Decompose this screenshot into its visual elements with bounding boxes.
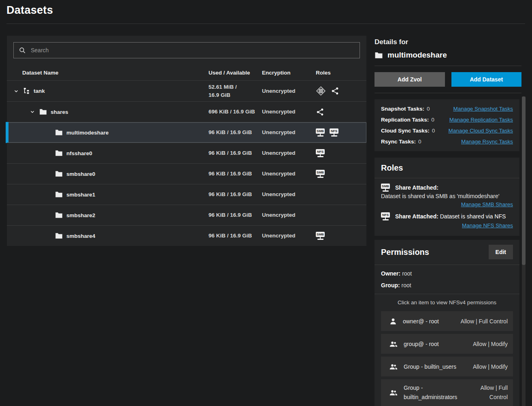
table-row-tank[interactable]: tank 52.61 MiB /16.9 GiB Unencrypted — [7, 80, 366, 101]
share-icon — [331, 87, 339, 95]
dataset-name: smbshare1 — [66, 192, 95, 198]
folder-icon — [375, 52, 383, 59]
folder-icon — [55, 233, 63, 239]
acl-item-owner[interactable]: owner@ - root Allow | Full Control — [381, 311, 513, 331]
dataset-name: tank — [34, 88, 45, 94]
manage-cloud-sync-tasks-link[interactable]: Manage Cloud Sync Tasks — [448, 128, 513, 134]
replication-tasks-row: Replication Tasks:0 Manage Replication T… — [381, 114, 513, 125]
people-icon — [389, 389, 398, 397]
column-encryption: Encryption — [262, 70, 316, 76]
encryption-value: Unencrypted — [262, 128, 316, 137]
search-bar[interactable] — [13, 42, 360, 58]
dataset-name: shares — [51, 109, 68, 115]
share-attached-label: Share Attached: — [395, 184, 438, 191]
roles-cell: NFS — [316, 149, 366, 157]
used-available-value: 96 KiB / 16.9 GiB — [209, 211, 262, 219]
scrollbar-track[interactable] — [522, 96, 526, 406]
scrollbar-thumb[interactable] — [522, 96, 526, 265]
roles-cell: SMB — [316, 170, 366, 178]
chevron-down-icon[interactable] — [29, 109, 36, 115]
header-divider — [6, 24, 525, 24]
smb-share-icon: SMB — [381, 184, 390, 192]
permissions-title: Permissions — [381, 248, 429, 257]
manage-snapshot-tasks-link[interactable]: Manage Snapshot Tasks — [453, 106, 513, 112]
manage-replication-tasks-link[interactable]: Manage Replication Tasks — [449, 117, 513, 123]
manage-nfs-shares-link[interactable]: Manage NFS Shares — [462, 222, 513, 229]
encryption-value: Unencrypted — [262, 170, 316, 178]
used-available-value: 96 KiB / 16.9 GiB — [209, 190, 262, 199]
encryption-value: Unencrypted — [262, 149, 316, 157]
nfs-share-icon: NFS — [316, 149, 325, 157]
details-panel: Details for multimodeshare Add Zvol Add … — [375, 36, 521, 406]
used-available-value: 96 KiB / 16.9 GiB — [209, 170, 262, 178]
dataset-name: smbshare2 — [66, 212, 95, 218]
chevron-down-icon[interactable] — [13, 88, 19, 94]
used-available-value: 96 KiB / 16.9 GiB — [209, 149, 262, 157]
selected-dataset-name: multimodeshare — [387, 51, 447, 60]
table-row-nfsshare0[interactable]: nfsshare0 96 KiB / 16.9 GiB Unencrypted … — [7, 143, 366, 163]
smb-share-icon: SMB — [316, 232, 325, 240]
nfs-share-icon: NFS — [381, 212, 390, 220]
used-available-value: 52.61 MiB /16.9 GiB — [209, 83, 262, 99]
dataset-name: smbshare0 — [66, 171, 95, 177]
acl-item-group[interactable]: group@ - root Allow | Modify — [381, 334, 513, 354]
folder-icon — [55, 191, 63, 198]
folder-icon — [55, 150, 63, 156]
used-available-value: 696 KiB / 16.9 GiB — [209, 108, 262, 116]
table-row-shares[interactable]: shares 696 KiB / 16.9 GiB Unencrypted — [7, 101, 366, 122]
divider — [375, 178, 519, 178]
roles-title: Roles — [381, 163, 513, 173]
dataset-name: smbshare4 — [66, 233, 95, 239]
system-dataset-icon — [316, 86, 326, 96]
manage-smb-shares-link[interactable]: Manage SMB Shares — [461, 201, 513, 207]
table-row-smbshare0[interactable]: smbshare0 96 KiB / 16.9 GiB Unencrypted … — [7, 163, 366, 184]
manage-rsync-tasks-link[interactable]: Manage Rsync Tasks — [461, 139, 513, 145]
used-available-value: 96 KiB / 16.9 GiB — [209, 128, 262, 137]
roles-cell: SMB — [316, 232, 366, 240]
roles-cell — [316, 108, 366, 116]
nfsv4-hint: Click an item to view NFSv4 permissions — [381, 299, 513, 306]
table-row-multimodeshare[interactable]: multimodeshare 96 KiB / 16.9 GiB Unencry… — [7, 122, 366, 143]
table-row-smbshare4[interactable]: smbshare4 96 KiB / 16.9 GiB Unencrypted … — [7, 225, 366, 246]
page-title: Datasets — [6, 4, 53, 17]
folder-icon — [55, 212, 63, 218]
dataset-name: nfsshare0 — [66, 150, 92, 156]
rsync-tasks-row: Rsync Tasks:0 Manage Rsync Tasks — [381, 136, 513, 147]
details-heading: Details for — [375, 38, 521, 46]
used-available-value: 96 KiB / 16.9 GiB — [209, 232, 262, 240]
datasets-table-card: Dataset Name Used / Available Encryption… — [7, 36, 366, 246]
group-line: Group: root — [381, 282, 513, 288]
folder-icon — [55, 171, 63, 177]
acl-item-builtin-administrators[interactable]: Group - builtin_administrators Allow | F… — [381, 379, 513, 406]
table-row-smbshare1[interactable]: smbshare1 96 KiB / 16.9 GiB Unencrypted — [7, 184, 366, 205]
divider — [375, 265, 519, 265]
add-dataset-button[interactable]: Add Dataset — [451, 72, 522, 87]
divider — [375, 66, 521, 66]
share-icon — [316, 108, 324, 116]
tasks-card: Snapshot Tasks:0 Manage Snapshot Tasks R… — [375, 99, 519, 151]
folder-icon — [55, 129, 63, 136]
table-row-smbshare2[interactable]: smbshare2 96 KiB / 16.9 GiB Unencrypted — [7, 205, 366, 225]
people-icon — [389, 363, 398, 371]
roles-cell: SMB NFS — [316, 128, 366, 137]
nfs-share-description: Dataset is shared via NFS — [440, 213, 506, 220]
encryption-value: Unencrypted — [262, 108, 316, 116]
nfs-share-icon: NFS — [330, 128, 338, 137]
person-icon — [389, 317, 397, 325]
share-attached-label: Share Attached: — [395, 213, 438, 220]
encryption-value: Unencrypted — [262, 211, 316, 219]
dataset-name: multimodeshare — [66, 130, 109, 136]
roles-cell — [316, 86, 366, 96]
permissions-card: Permissions Edit Owner: root Group: root… — [375, 240, 519, 406]
encryption-value: Unencrypted — [262, 87, 316, 95]
column-used-available: Used / Available — [209, 70, 262, 76]
edit-permissions-button[interactable]: Edit — [489, 245, 513, 259]
people-icon — [389, 340, 398, 348]
column-dataset-name: Dataset Name — [7, 70, 209, 76]
acl-item-builtin-users[interactable]: Group - builtin_users Allow | Modify — [381, 357, 513, 376]
add-zvol-button[interactable]: Add Zvol — [375, 72, 445, 87]
search-input[interactable] — [31, 47, 355, 53]
dataset-root-icon — [23, 88, 30, 94]
search-icon — [19, 47, 26, 54]
smb-share-icon: SMB — [316, 128, 325, 137]
